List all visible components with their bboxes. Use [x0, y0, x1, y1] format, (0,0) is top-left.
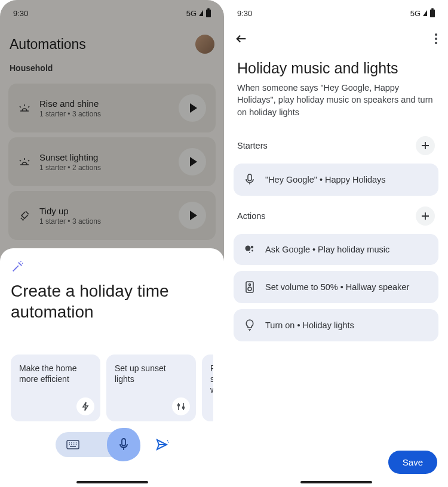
- bottom-sheet: Create a holiday time automation Make th…: [0, 248, 224, 487]
- action-text: Ask Google • Play holiday music: [265, 245, 389, 254]
- status-icons: 5G: [410, 9, 435, 18]
- add-starter-button[interactable]: [416, 136, 435, 155]
- action-text: Set volume to 50% • Hallway speaker: [265, 282, 409, 292]
- svg-point-7: [251, 249, 253, 251]
- sliders-icon: [172, 397, 190, 415]
- status-time: 9:30: [237, 9, 252, 18]
- svg-rect-4: [248, 174, 251, 181]
- send-icon[interactable]: [156, 439, 169, 451]
- action-card[interactable]: Turn on • Holiday lights: [234, 309, 438, 341]
- starters-label: Starters: [237, 141, 268, 150]
- action-card[interactable]: Ask Google • Play holiday music: [234, 234, 438, 265]
- action-text: Turn on • Holiday lights: [265, 320, 354, 330]
- keyboard-mic-toggle[interactable]: [56, 432, 133, 457]
- magic-wand-icon: [11, 260, 213, 273]
- back-button[interactable]: [235, 32, 248, 45]
- action-card[interactable]: Set volume to 50% • Hallway speaker: [234, 271, 438, 303]
- save-button[interactable]: Save: [388, 451, 437, 474]
- mic-button[interactable]: [107, 428, 140, 461]
- actions-label: Actions: [237, 211, 266, 221]
- automation-title: Holiday music and lights: [224, 48, 448, 82]
- bolt-icon: [76, 397, 94, 415]
- add-action-button[interactable]: [416, 206, 435, 226]
- starter-card[interactable]: "Hey Google" • Happy Holidays: [234, 164, 438, 196]
- suggestion-chip[interactable]: Set up sunset lights: [106, 355, 196, 421]
- sheet-title: Create a holiday time automation: [11, 281, 184, 322]
- svg-point-6: [251, 246, 253, 248]
- svg-rect-3: [122, 439, 125, 446]
- svg-point-10: [249, 283, 251, 285]
- svg-point-8: [249, 252, 250, 253]
- nav-handle[interactable]: [76, 481, 148, 483]
- automation-description: When someone says "Hey Google, Happy Hol…: [224, 82, 448, 131]
- starter-text: "Hey Google" • Happy Holidays: [265, 175, 386, 184]
- nav-handle[interactable]: [300, 481, 372, 483]
- keyboard-icon: [66, 440, 79, 449]
- overflow-menu[interactable]: [435, 33, 437, 44]
- suggestion-chip[interactable]: Make the home more efficient: [11, 355, 100, 421]
- speaker-icon: [243, 281, 256, 293]
- suggestion-label: Play s when: [210, 363, 213, 394]
- svg-point-11: [248, 287, 251, 291]
- suggestion-label: Set up sunset lights: [115, 363, 166, 384]
- suggestion-label: Make the home more efficient: [19, 363, 77, 384]
- suggestion-chip[interactable]: Play s when: [202, 355, 213, 421]
- lightbulb-icon: [243, 319, 256, 331]
- svg-point-5: [246, 245, 251, 251]
- assistant-icon: [243, 244, 256, 255]
- mic-icon: [243, 174, 256, 186]
